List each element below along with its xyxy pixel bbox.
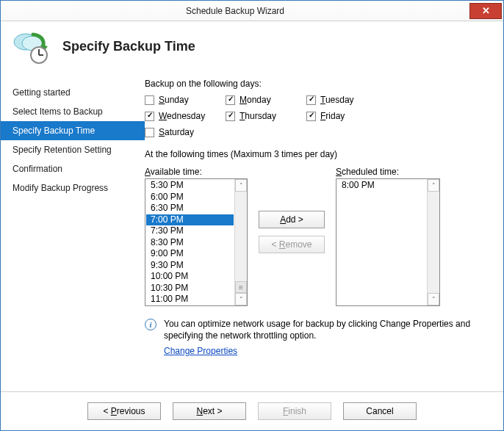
sidebar-item[interactable]: Getting started — [1, 83, 145, 102]
content-row: Getting startedSelect Items to BackupSpe… — [1, 68, 503, 391]
scroll-track[interactable] — [428, 192, 439, 293]
sidebar-item[interactable]: Select Items to Backup — [1, 102, 145, 121]
times-section-label: At the following times (Maximum 3 times … — [145, 149, 490, 159]
next-button[interactable]: Next > — [173, 402, 246, 420]
transfer-buttons: Add > < Remove — [255, 167, 328, 253]
sidebar-item[interactable]: Specify Backup Time — [1, 121, 145, 140]
close-icon: ✕ — [482, 5, 490, 16]
list-item[interactable]: 9:00 PM — [146, 248, 234, 260]
scheduled-time-listbox[interactable]: 8:00 PM ˄ ˅ — [336, 178, 440, 306]
list-item[interactable]: 8:00 PM — [337, 180, 426, 192]
scroll-down-button[interactable]: ˅ — [428, 293, 439, 305]
scheduled-caption: Scheduled time: — [336, 167, 440, 177]
day-label: Tuesday — [320, 95, 354, 105]
info-row: i You can optimize network usage for bac… — [145, 318, 490, 356]
main-panel: Backup on the following days: SundayMond… — [145, 79, 490, 387]
checkbox[interactable] — [306, 95, 316, 105]
scroll-track[interactable]: ≡ — [235, 192, 247, 293]
list-item[interactable]: 7:00 PM — [146, 214, 234, 226]
page-header: Specify Backup Time — [1, 21, 503, 68]
list-item[interactable]: 6:00 PM — [146, 192, 234, 203]
finish-button: Finish — [258, 402, 331, 420]
sidebar-item[interactable]: Confirmation — [1, 159, 145, 178]
list-item[interactable]: 10:30 PM — [146, 283, 234, 294]
previous-button[interactable]: < Previous — [87, 402, 161, 420]
days-grid: SundayMondayTuesdayWednesdayThursdayFrid… — [145, 95, 490, 137]
change-properties-link[interactable]: Change Properties — [164, 346, 237, 356]
checkbox[interactable] — [145, 95, 154, 105]
days-section-label: Backup on the following days: — [145, 79, 490, 89]
list-item[interactable]: 9:30 PM — [146, 260, 234, 272]
day-label: Friday — [320, 111, 345, 121]
list-item[interactable]: 11:00 PM — [146, 294, 234, 305]
checkbox[interactable] — [226, 95, 235, 105]
scrollbar[interactable]: ˄ ˅ — [427, 179, 439, 305]
checkbox[interactable] — [226, 112, 235, 121]
scrollbar[interactable]: ˄ ≡ ˅ — [234, 179, 247, 305]
day-label: Saturday — [159, 127, 194, 137]
day-option[interactable]: Sunday — [145, 95, 226, 105]
checkbox[interactable] — [145, 112, 154, 121]
wizard-body: Specify Backup Time Getting startedSelec… — [1, 21, 503, 430]
day-option[interactable]: Saturday — [145, 127, 226, 137]
day-option[interactable]: Friday — [306, 111, 387, 121]
available-time-listbox[interactable]: 5:30 PM6:00 PM6:30 PM7:00 PM7:30 PM8:30 … — [145, 178, 248, 306]
scroll-thumb[interactable]: ≡ — [235, 281, 247, 293]
window-title: Schedule Backup Wizard — [1, 6, 469, 16]
info-icon: i — [145, 319, 156, 330]
checkbox[interactable] — [145, 128, 154, 137]
close-button[interactable]: ✕ — [469, 3, 502, 19]
scheduled-column: Scheduled time: 8:00 PM ˄ ˅ — [336, 167, 440, 306]
info-block: You can optimize network usage for backu… — [164, 318, 490, 356]
list-item[interactable]: 5:30 PM — [146, 180, 234, 192]
wizard-steps-sidebar: Getting startedSelect Items to BackupSpe… — [1, 79, 145, 387]
day-option[interactable]: Wednesday — [145, 111, 226, 121]
day-label: Thursday — [240, 111, 276, 121]
scroll-down-button[interactable]: ˅ — [235, 293, 247, 305]
add-button[interactable]: Add > — [259, 211, 325, 228]
list-item[interactable]: 6:30 PM — [146, 203, 234, 214]
day-label: Sunday — [159, 95, 189, 105]
backup-schedule-icon — [11, 29, 51, 64]
page-title: Specify Backup Time — [62, 39, 195, 54]
cancel-button[interactable]: Cancel — [343, 402, 417, 420]
list-item[interactable]: 10:00 PM — [146, 271, 234, 283]
wizard-footer: < Previous Next > Finish Cancel — [1, 391, 503, 430]
day-option[interactable]: Tuesday — [306, 95, 387, 105]
time-lists-row: Available time: 5:30 PM6:00 PM6:30 PM7:0… — [145, 167, 490, 306]
titlebar: Schedule Backup Wizard ✕ — [1, 1, 503, 21]
wizard-window: Schedule Backup Wizard ✕ Specify Backup … — [0, 0, 504, 431]
list-item[interactable]: 7:30 PM — [146, 225, 234, 237]
sidebar-item[interactable]: Specify Retention Setting — [1, 140, 145, 159]
available-column: Available time: 5:30 PM6:00 PM6:30 PM7:0… — [145, 167, 248, 306]
scroll-up-button[interactable]: ˄ — [235, 179, 247, 192]
day-option[interactable]: Monday — [226, 95, 306, 105]
checkbox[interactable] — [306, 112, 316, 121]
day-label: Monday — [240, 95, 271, 105]
info-text: You can optimize network usage for backu… — [164, 318, 490, 341]
available-caption: Available time: — [145, 167, 248, 177]
scroll-up-button[interactable]: ˄ — [428, 179, 439, 192]
remove-button: < Remove — [259, 236, 325, 253]
day-label: Wednesday — [159, 111, 205, 121]
day-option[interactable]: Thursday — [226, 111, 306, 121]
sidebar-item[interactable]: Modify Backup Progress — [1, 178, 145, 198]
list-item[interactable]: 8:30 PM — [146, 237, 234, 249]
